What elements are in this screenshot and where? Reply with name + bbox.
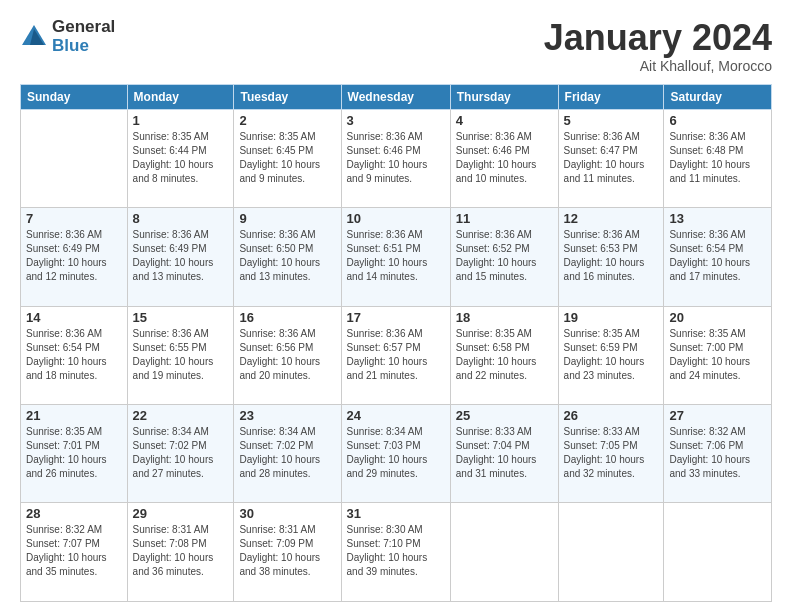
week-row-0: 1Sunrise: 8:35 AM Sunset: 6:44 PM Daylig… xyxy=(21,109,772,207)
week-row-4: 28Sunrise: 8:32 AM Sunset: 7:07 PM Dayli… xyxy=(21,503,772,602)
day-info: Sunrise: 8:33 AM Sunset: 7:05 PM Dayligh… xyxy=(564,425,659,481)
day-number: 26 xyxy=(564,408,659,423)
day-number: 1 xyxy=(133,113,229,128)
logo-general: General xyxy=(52,18,115,37)
calendar: SundayMondayTuesdayWednesdayThursdayFrid… xyxy=(20,84,772,602)
day-number: 9 xyxy=(239,211,335,226)
day-info: Sunrise: 8:36 AM Sunset: 6:53 PM Dayligh… xyxy=(564,228,659,284)
calendar-cell: 17Sunrise: 8:36 AM Sunset: 6:57 PM Dayli… xyxy=(341,306,450,404)
calendar-cell: 12Sunrise: 8:36 AM Sunset: 6:53 PM Dayli… xyxy=(558,208,664,306)
day-info: Sunrise: 8:36 AM Sunset: 6:49 PM Dayligh… xyxy=(133,228,229,284)
calendar-cell: 22Sunrise: 8:34 AM Sunset: 7:02 PM Dayli… xyxy=(127,405,234,503)
day-info: Sunrise: 8:36 AM Sunset: 6:48 PM Dayligh… xyxy=(669,130,766,186)
day-number: 16 xyxy=(239,310,335,325)
calendar-cell xyxy=(558,503,664,602)
week-row-1: 7Sunrise: 8:36 AM Sunset: 6:49 PM Daylig… xyxy=(21,208,772,306)
day-info: Sunrise: 8:30 AM Sunset: 7:10 PM Dayligh… xyxy=(347,523,445,579)
day-number: 11 xyxy=(456,211,553,226)
day-number: 5 xyxy=(564,113,659,128)
day-header-wednesday: Wednesday xyxy=(341,84,450,109)
day-info: Sunrise: 8:35 AM Sunset: 6:59 PM Dayligh… xyxy=(564,327,659,383)
day-number: 10 xyxy=(347,211,445,226)
day-number: 2 xyxy=(239,113,335,128)
day-info: Sunrise: 8:36 AM Sunset: 6:54 PM Dayligh… xyxy=(669,228,766,284)
calendar-cell: 16Sunrise: 8:36 AM Sunset: 6:56 PM Dayli… xyxy=(234,306,341,404)
header: General Blue January 2024 Ait Khallouf, … xyxy=(20,18,772,74)
logo-text: General Blue xyxy=(52,18,115,55)
day-info: Sunrise: 8:36 AM Sunset: 6:47 PM Dayligh… xyxy=(564,130,659,186)
day-info: Sunrise: 8:35 AM Sunset: 6:58 PM Dayligh… xyxy=(456,327,553,383)
day-header-tuesday: Tuesday xyxy=(234,84,341,109)
calendar-cell: 14Sunrise: 8:36 AM Sunset: 6:54 PM Dayli… xyxy=(21,306,128,404)
day-info: Sunrise: 8:35 AM Sunset: 7:00 PM Dayligh… xyxy=(669,327,766,383)
calendar-cell: 10Sunrise: 8:36 AM Sunset: 6:51 PM Dayli… xyxy=(341,208,450,306)
day-number: 25 xyxy=(456,408,553,423)
day-number: 30 xyxy=(239,506,335,521)
day-info: Sunrise: 8:36 AM Sunset: 6:55 PM Dayligh… xyxy=(133,327,229,383)
day-number: 14 xyxy=(26,310,122,325)
logo: General Blue xyxy=(20,18,115,55)
day-number: 17 xyxy=(347,310,445,325)
calendar-cell: 7Sunrise: 8:36 AM Sunset: 6:49 PM Daylig… xyxy=(21,208,128,306)
day-info: Sunrise: 8:31 AM Sunset: 7:09 PM Dayligh… xyxy=(239,523,335,579)
calendar-cell: 15Sunrise: 8:36 AM Sunset: 6:55 PM Dayli… xyxy=(127,306,234,404)
day-number: 28 xyxy=(26,506,122,521)
day-number: 13 xyxy=(669,211,766,226)
calendar-cell: 2Sunrise: 8:35 AM Sunset: 6:45 PM Daylig… xyxy=(234,109,341,207)
day-number: 29 xyxy=(133,506,229,521)
day-info: Sunrise: 8:31 AM Sunset: 7:08 PM Dayligh… xyxy=(133,523,229,579)
calendar-cell: 11Sunrise: 8:36 AM Sunset: 6:52 PM Dayli… xyxy=(450,208,558,306)
day-info: Sunrise: 8:36 AM Sunset: 6:46 PM Dayligh… xyxy=(456,130,553,186)
calendar-cell: 28Sunrise: 8:32 AM Sunset: 7:07 PM Dayli… xyxy=(21,503,128,602)
calendar-cell: 3Sunrise: 8:36 AM Sunset: 6:46 PM Daylig… xyxy=(341,109,450,207)
day-number: 15 xyxy=(133,310,229,325)
day-number: 19 xyxy=(564,310,659,325)
day-number: 4 xyxy=(456,113,553,128)
day-header-sunday: Sunday xyxy=(21,84,128,109)
calendar-cell: 31Sunrise: 8:30 AM Sunset: 7:10 PM Dayli… xyxy=(341,503,450,602)
calendar-cell: 5Sunrise: 8:36 AM Sunset: 6:47 PM Daylig… xyxy=(558,109,664,207)
day-info: Sunrise: 8:35 AM Sunset: 7:01 PM Dayligh… xyxy=(26,425,122,481)
calendar-cell: 30Sunrise: 8:31 AM Sunset: 7:09 PM Dayli… xyxy=(234,503,341,602)
day-info: Sunrise: 8:36 AM Sunset: 6:56 PM Dayligh… xyxy=(239,327,335,383)
day-number: 27 xyxy=(669,408,766,423)
page: General Blue January 2024 Ait Khallouf, … xyxy=(0,0,792,612)
day-info: Sunrise: 8:34 AM Sunset: 7:02 PM Dayligh… xyxy=(133,425,229,481)
day-number: 7 xyxy=(26,211,122,226)
day-info: Sunrise: 8:36 AM Sunset: 6:52 PM Dayligh… xyxy=(456,228,553,284)
calendar-cell: 4Sunrise: 8:36 AM Sunset: 6:46 PM Daylig… xyxy=(450,109,558,207)
day-header-friday: Friday xyxy=(558,84,664,109)
week-row-2: 14Sunrise: 8:36 AM Sunset: 6:54 PM Dayli… xyxy=(21,306,772,404)
calendar-cell xyxy=(21,109,128,207)
day-info: Sunrise: 8:36 AM Sunset: 6:50 PM Dayligh… xyxy=(239,228,335,284)
calendar-cell: 27Sunrise: 8:32 AM Sunset: 7:06 PM Dayli… xyxy=(664,405,772,503)
calendar-cell: 9Sunrise: 8:36 AM Sunset: 6:50 PM Daylig… xyxy=(234,208,341,306)
logo-icon xyxy=(20,23,48,51)
calendar-cell: 13Sunrise: 8:36 AM Sunset: 6:54 PM Dayli… xyxy=(664,208,772,306)
location: Ait Khallouf, Morocco xyxy=(544,58,772,74)
logo-blue: Blue xyxy=(52,37,115,56)
calendar-cell: 8Sunrise: 8:36 AM Sunset: 6:49 PM Daylig… xyxy=(127,208,234,306)
calendar-cell xyxy=(450,503,558,602)
day-number: 21 xyxy=(26,408,122,423)
calendar-cell: 20Sunrise: 8:35 AM Sunset: 7:00 PM Dayli… xyxy=(664,306,772,404)
day-number: 20 xyxy=(669,310,766,325)
day-number: 8 xyxy=(133,211,229,226)
day-info: Sunrise: 8:33 AM Sunset: 7:04 PM Dayligh… xyxy=(456,425,553,481)
calendar-cell: 24Sunrise: 8:34 AM Sunset: 7:03 PM Dayli… xyxy=(341,405,450,503)
day-number: 3 xyxy=(347,113,445,128)
day-info: Sunrise: 8:36 AM Sunset: 6:51 PM Dayligh… xyxy=(347,228,445,284)
day-number: 22 xyxy=(133,408,229,423)
day-number: 23 xyxy=(239,408,335,423)
day-header-monday: Monday xyxy=(127,84,234,109)
day-number: 18 xyxy=(456,310,553,325)
calendar-cell: 21Sunrise: 8:35 AM Sunset: 7:01 PM Dayli… xyxy=(21,405,128,503)
day-header-saturday: Saturday xyxy=(664,84,772,109)
calendar-cell: 29Sunrise: 8:31 AM Sunset: 7:08 PM Dayli… xyxy=(127,503,234,602)
day-info: Sunrise: 8:36 AM Sunset: 6:49 PM Dayligh… xyxy=(26,228,122,284)
day-info: Sunrise: 8:35 AM Sunset: 6:45 PM Dayligh… xyxy=(239,130,335,186)
day-info: Sunrise: 8:36 AM Sunset: 6:46 PM Dayligh… xyxy=(347,130,445,186)
calendar-cell: 1Sunrise: 8:35 AM Sunset: 6:44 PM Daylig… xyxy=(127,109,234,207)
week-row-3: 21Sunrise: 8:35 AM Sunset: 7:01 PM Dayli… xyxy=(21,405,772,503)
day-number: 24 xyxy=(347,408,445,423)
